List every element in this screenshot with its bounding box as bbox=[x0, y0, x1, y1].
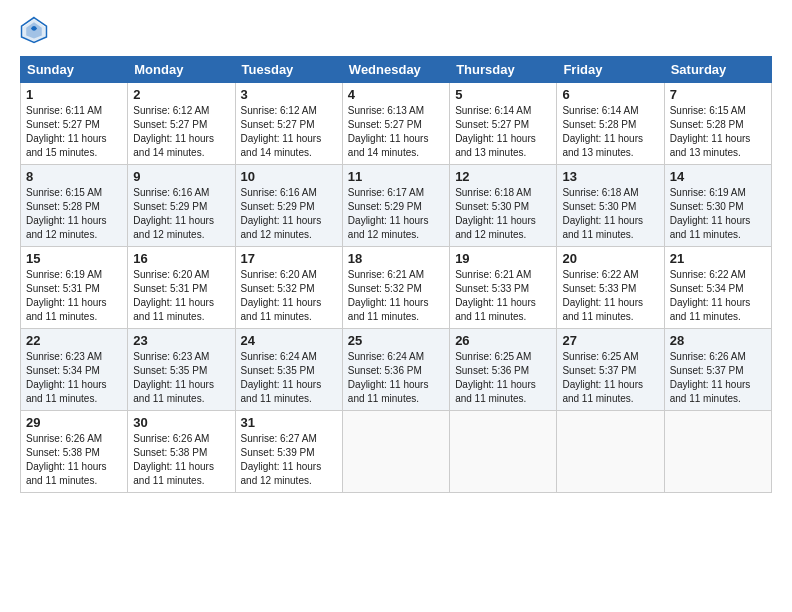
weekday-header-thursday: Thursday bbox=[450, 57, 557, 83]
day-info: Sunrise: 6:13 AM Sunset: 5:27 PM Dayligh… bbox=[348, 104, 444, 160]
day-number: 31 bbox=[241, 415, 337, 430]
calendar-cell: 19Sunrise: 6:21 AM Sunset: 5:33 PM Dayli… bbox=[450, 247, 557, 329]
day-number: 6 bbox=[562, 87, 658, 102]
calendar-cell: 26Sunrise: 6:25 AM Sunset: 5:36 PM Dayli… bbox=[450, 329, 557, 411]
day-info: Sunrise: 6:21 AM Sunset: 5:33 PM Dayligh… bbox=[455, 268, 551, 324]
calendar-week-2: 8Sunrise: 6:15 AM Sunset: 5:28 PM Daylig… bbox=[21, 165, 772, 247]
day-number: 16 bbox=[133, 251, 229, 266]
day-info: Sunrise: 6:22 AM Sunset: 5:34 PM Dayligh… bbox=[670, 268, 766, 324]
calendar-cell: 17Sunrise: 6:20 AM Sunset: 5:32 PM Dayli… bbox=[235, 247, 342, 329]
day-number: 19 bbox=[455, 251, 551, 266]
day-number: 23 bbox=[133, 333, 229, 348]
day-info: Sunrise: 6:15 AM Sunset: 5:28 PM Dayligh… bbox=[670, 104, 766, 160]
logo-icon bbox=[20, 16, 48, 44]
calendar-cell: 23Sunrise: 6:23 AM Sunset: 5:35 PM Dayli… bbox=[128, 329, 235, 411]
calendar-cell bbox=[450, 411, 557, 493]
day-info: Sunrise: 6:20 AM Sunset: 5:32 PM Dayligh… bbox=[241, 268, 337, 324]
calendar-week-1: 1Sunrise: 6:11 AM Sunset: 5:27 PM Daylig… bbox=[21, 83, 772, 165]
weekday-header-row: SundayMondayTuesdayWednesdayThursdayFrid… bbox=[21, 57, 772, 83]
calendar-cell: 5Sunrise: 6:14 AM Sunset: 5:27 PM Daylig… bbox=[450, 83, 557, 165]
day-info: Sunrise: 6:27 AM Sunset: 5:39 PM Dayligh… bbox=[241, 432, 337, 488]
day-info: Sunrise: 6:12 AM Sunset: 5:27 PM Dayligh… bbox=[133, 104, 229, 160]
day-info: Sunrise: 6:14 AM Sunset: 5:27 PM Dayligh… bbox=[455, 104, 551, 160]
day-info: Sunrise: 6:22 AM Sunset: 5:33 PM Dayligh… bbox=[562, 268, 658, 324]
day-number: 29 bbox=[26, 415, 122, 430]
day-info: Sunrise: 6:12 AM Sunset: 5:27 PM Dayligh… bbox=[241, 104, 337, 160]
calendar-cell: 9Sunrise: 6:16 AM Sunset: 5:29 PM Daylig… bbox=[128, 165, 235, 247]
calendar-cell: 13Sunrise: 6:18 AM Sunset: 5:30 PM Dayli… bbox=[557, 165, 664, 247]
day-number: 7 bbox=[670, 87, 766, 102]
day-info: Sunrise: 6:16 AM Sunset: 5:29 PM Dayligh… bbox=[241, 186, 337, 242]
weekday-header-friday: Friday bbox=[557, 57, 664, 83]
day-number: 22 bbox=[26, 333, 122, 348]
day-info: Sunrise: 6:25 AM Sunset: 5:36 PM Dayligh… bbox=[455, 350, 551, 406]
day-number: 8 bbox=[26, 169, 122, 184]
day-info: Sunrise: 6:14 AM Sunset: 5:28 PM Dayligh… bbox=[562, 104, 658, 160]
calendar-cell: 2Sunrise: 6:12 AM Sunset: 5:27 PM Daylig… bbox=[128, 83, 235, 165]
calendar-cell: 20Sunrise: 6:22 AM Sunset: 5:33 PM Dayli… bbox=[557, 247, 664, 329]
day-number: 28 bbox=[670, 333, 766, 348]
day-info: Sunrise: 6:19 AM Sunset: 5:30 PM Dayligh… bbox=[670, 186, 766, 242]
day-info: Sunrise: 6:26 AM Sunset: 5:38 PM Dayligh… bbox=[133, 432, 229, 488]
calendar-cell: 8Sunrise: 6:15 AM Sunset: 5:28 PM Daylig… bbox=[21, 165, 128, 247]
day-number: 13 bbox=[562, 169, 658, 184]
day-number: 10 bbox=[241, 169, 337, 184]
calendar-body: 1Sunrise: 6:11 AM Sunset: 5:27 PM Daylig… bbox=[21, 83, 772, 493]
calendar-week-5: 29Sunrise: 6:26 AM Sunset: 5:38 PM Dayli… bbox=[21, 411, 772, 493]
calendar-cell bbox=[342, 411, 449, 493]
calendar-cell: 28Sunrise: 6:26 AM Sunset: 5:37 PM Dayli… bbox=[664, 329, 771, 411]
weekday-header-saturday: Saturday bbox=[664, 57, 771, 83]
day-info: Sunrise: 6:23 AM Sunset: 5:35 PM Dayligh… bbox=[133, 350, 229, 406]
calendar-cell: 30Sunrise: 6:26 AM Sunset: 5:38 PM Dayli… bbox=[128, 411, 235, 493]
calendar-cell: 12Sunrise: 6:18 AM Sunset: 5:30 PM Dayli… bbox=[450, 165, 557, 247]
logo bbox=[20, 16, 52, 44]
day-number: 9 bbox=[133, 169, 229, 184]
calendar-cell: 21Sunrise: 6:22 AM Sunset: 5:34 PM Dayli… bbox=[664, 247, 771, 329]
calendar-cell: 27Sunrise: 6:25 AM Sunset: 5:37 PM Dayli… bbox=[557, 329, 664, 411]
calendar-cell bbox=[664, 411, 771, 493]
day-info: Sunrise: 6:16 AM Sunset: 5:29 PM Dayligh… bbox=[133, 186, 229, 242]
day-number: 24 bbox=[241, 333, 337, 348]
day-info: Sunrise: 6:25 AM Sunset: 5:37 PM Dayligh… bbox=[562, 350, 658, 406]
calendar-cell: 16Sunrise: 6:20 AM Sunset: 5:31 PM Dayli… bbox=[128, 247, 235, 329]
day-info: Sunrise: 6:19 AM Sunset: 5:31 PM Dayligh… bbox=[26, 268, 122, 324]
calendar-cell: 7Sunrise: 6:15 AM Sunset: 5:28 PM Daylig… bbox=[664, 83, 771, 165]
day-number: 18 bbox=[348, 251, 444, 266]
calendar-cell bbox=[557, 411, 664, 493]
day-info: Sunrise: 6:15 AM Sunset: 5:28 PM Dayligh… bbox=[26, 186, 122, 242]
calendar-cell: 6Sunrise: 6:14 AM Sunset: 5:28 PM Daylig… bbox=[557, 83, 664, 165]
calendar-cell: 3Sunrise: 6:12 AM Sunset: 5:27 PM Daylig… bbox=[235, 83, 342, 165]
day-info: Sunrise: 6:23 AM Sunset: 5:34 PM Dayligh… bbox=[26, 350, 122, 406]
day-number: 4 bbox=[348, 87, 444, 102]
weekday-header-wednesday: Wednesday bbox=[342, 57, 449, 83]
weekday-header-tuesday: Tuesday bbox=[235, 57, 342, 83]
day-info: Sunrise: 6:20 AM Sunset: 5:31 PM Dayligh… bbox=[133, 268, 229, 324]
calendar-cell: 1Sunrise: 6:11 AM Sunset: 5:27 PM Daylig… bbox=[21, 83, 128, 165]
calendar-cell: 18Sunrise: 6:21 AM Sunset: 5:32 PM Dayli… bbox=[342, 247, 449, 329]
day-number: 25 bbox=[348, 333, 444, 348]
calendar-week-4: 22Sunrise: 6:23 AM Sunset: 5:34 PM Dayli… bbox=[21, 329, 772, 411]
weekday-header-monday: Monday bbox=[128, 57, 235, 83]
calendar-cell: 15Sunrise: 6:19 AM Sunset: 5:31 PM Dayli… bbox=[21, 247, 128, 329]
calendar-table: SundayMondayTuesdayWednesdayThursdayFrid… bbox=[20, 56, 772, 493]
day-number: 14 bbox=[670, 169, 766, 184]
day-number: 1 bbox=[26, 87, 122, 102]
day-number: 30 bbox=[133, 415, 229, 430]
day-number: 2 bbox=[133, 87, 229, 102]
day-number: 26 bbox=[455, 333, 551, 348]
day-number: 20 bbox=[562, 251, 658, 266]
day-info: Sunrise: 6:24 AM Sunset: 5:36 PM Dayligh… bbox=[348, 350, 444, 406]
day-number: 21 bbox=[670, 251, 766, 266]
calendar-cell: 14Sunrise: 6:19 AM Sunset: 5:30 PM Dayli… bbox=[664, 165, 771, 247]
day-info: Sunrise: 6:26 AM Sunset: 5:37 PM Dayligh… bbox=[670, 350, 766, 406]
calendar-cell: 4Sunrise: 6:13 AM Sunset: 5:27 PM Daylig… bbox=[342, 83, 449, 165]
day-info: Sunrise: 6:18 AM Sunset: 5:30 PM Dayligh… bbox=[455, 186, 551, 242]
day-number: 5 bbox=[455, 87, 551, 102]
header bbox=[20, 16, 772, 44]
day-number: 17 bbox=[241, 251, 337, 266]
day-number: 11 bbox=[348, 169, 444, 184]
day-info: Sunrise: 6:18 AM Sunset: 5:30 PM Dayligh… bbox=[562, 186, 658, 242]
calendar-cell: 22Sunrise: 6:23 AM Sunset: 5:34 PM Dayli… bbox=[21, 329, 128, 411]
calendar-week-3: 15Sunrise: 6:19 AM Sunset: 5:31 PM Dayli… bbox=[21, 247, 772, 329]
calendar-cell: 25Sunrise: 6:24 AM Sunset: 5:36 PM Dayli… bbox=[342, 329, 449, 411]
